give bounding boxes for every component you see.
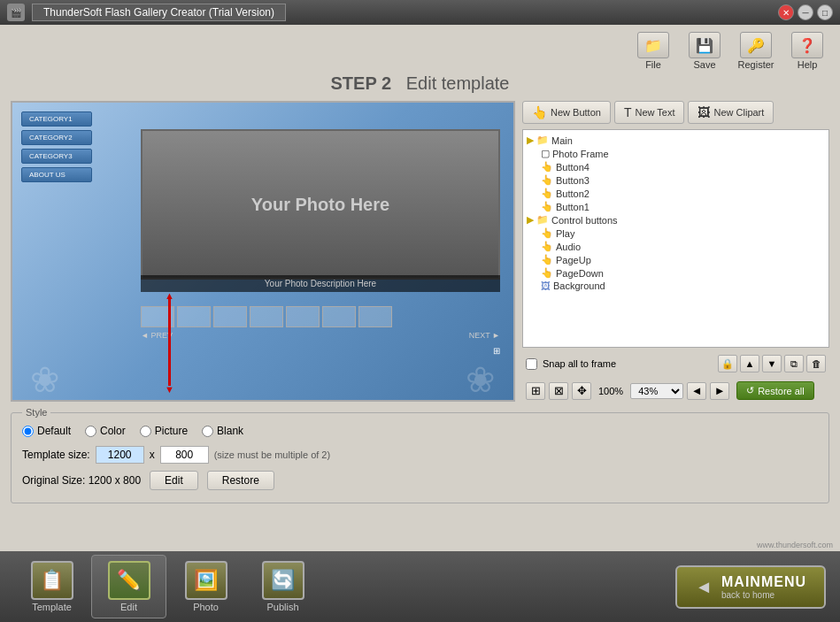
- expand-icon[interactable]: ⊞: [493, 346, 500, 356]
- tree-item-play[interactable]: 👆 Play: [541, 227, 825, 240]
- image-icon-bg: 🖼: [541, 280, 551, 291]
- restore-btn[interactable]: Restore: [207, 471, 274, 490]
- tree-item-pagedown[interactable]: 👆 PageDown: [541, 266, 825, 280]
- height-input[interactable]: [160, 446, 209, 464]
- nav-publish[interactable]: 🔄 Publish: [245, 555, 320, 618]
- zoom-bar: ⊞ ⊠ ✥ 100% 25% 33% 43% 50% 75% 100% ◄ ► …: [522, 380, 829, 402]
- radio-color[interactable]: Color: [85, 425, 126, 437]
- zoom-forward-btn[interactable]: ►: [710, 382, 729, 400]
- tree-item-audio[interactable]: 👆 Audio: [541, 240, 825, 253]
- button-icon-pageup: 👆: [541, 254, 553, 265]
- main-menu-sub: back to home: [721, 590, 806, 600]
- nav-thumb-7[interactable]: [358, 306, 392, 327]
- tree-item-button2[interactable]: 👆 Button2: [541, 187, 825, 200]
- file-button[interactable]: 📁 File: [631, 32, 675, 70]
- new-clipart-btn[interactable]: 🖼 New Clipart: [688, 101, 774, 124]
- new-text-icon: T: [624, 105, 632, 119]
- maximize-button[interactable]: □: [817, 4, 833, 20]
- radio-default[interactable]: Default: [22, 425, 71, 437]
- tree-item-button4[interactable]: 👆 Button4: [541, 160, 825, 173]
- zoom-actual-btn[interactable]: ⊠: [549, 382, 568, 400]
- nav-thumb-4[interactable]: [250, 306, 283, 327]
- nav-thumb-2[interactable]: [177, 306, 211, 327]
- help-button[interactable]: ❓ Help: [785, 32, 829, 70]
- size-x-sep: x: [150, 449, 155, 461]
- tree-item-button1[interactable]: 👆 Button1: [541, 200, 825, 213]
- snap-copy-btn[interactable]: ⧉: [784, 355, 804, 372]
- title-bar: 🎬 ThunderSoft Flash Gallery Creator (Tri…: [0, 0, 840, 25]
- button-icon-3: 👆: [541, 174, 553, 186]
- tree-label-audio: Audio: [556, 242, 581, 252]
- nav-edit[interactable]: ✏️ Edit: [91, 555, 166, 618]
- minimize-button[interactable]: ─: [798, 4, 813, 20]
- preview-panel: CATEGORY1 CATEGORY2 CATEGORY3 ABOUT US Y…: [11, 101, 515, 402]
- tree-item-background[interactable]: 🖼 Background: [541, 280, 825, 292]
- snap-controls: 🔒 ▲ ▼ ⧉ 🗑: [718, 355, 826, 372]
- radio-blank-label: Blank: [217, 425, 243, 437]
- close-button[interactable]: ✕: [778, 4, 794, 20]
- tree-label-background: Background: [553, 280, 605, 291]
- step-number: STEP 2: [331, 73, 392, 93]
- folder-expand-icon: ▶: [527, 134, 534, 146]
- button-icon-audio: 👆: [541, 241, 553, 252]
- nav-next[interactable]: NEXT ►: [469, 331, 500, 340]
- sidebar-btn-2[interactable]: CATEGORY2: [21, 130, 92, 145]
- radio-blank-input[interactable]: [202, 426, 213, 437]
- original-size-label: Original Size: 1200 x 800: [22, 474, 141, 487]
- template-size-label: Template size:: [22, 449, 90, 461]
- radio-blank[interactable]: Blank: [202, 425, 243, 437]
- tree-item-control[interactable]: ▶ 📁 Control buttons: [527, 213, 825, 227]
- snap-label: Snap all to frame: [543, 358, 616, 369]
- edit-btn[interactable]: Edit: [150, 471, 198, 490]
- tree-item-button3[interactable]: 👆 Button3: [541, 173, 825, 187]
- zoom-fit-btn[interactable]: ⊞: [526, 382, 545, 400]
- restore-icon: ↺: [746, 385, 754, 396]
- folder-icon-main: 📁: [536, 134, 549, 146]
- original-size-row: Original Size: 1200 x 800 Edit Restore: [22, 471, 818, 490]
- radio-color-label: Color: [100, 425, 126, 437]
- snap-delete-btn[interactable]: 🗑: [806, 355, 826, 372]
- sidebar-btn-4[interactable]: ABOUT US: [21, 167, 92, 182]
- nav-thumb-3[interactable]: [213, 306, 247, 327]
- tree-label-button2: Button2: [556, 188, 590, 199]
- new-text-btn[interactable]: T New Text: [614, 101, 685, 124]
- nav-photo[interactable]: 🖼️ Photo: [168, 555, 243, 618]
- radio-default-input[interactable]: [22, 426, 34, 437]
- tree-panel[interactable]: ▶ 📁 Main ▢ Photo Frame 👆 Button4 👆: [522, 129, 829, 348]
- nav-thumb-6[interactable]: [322, 306, 356, 327]
- radio-color-input[interactable]: [85, 426, 96, 437]
- radio-picture-input[interactable]: [140, 426, 151, 437]
- annotation-arrow: ▲ ▼: [168, 297, 171, 386]
- sidebar-btn-1[interactable]: CATEGORY1: [21, 111, 92, 127]
- tree-label-button4: Button4: [556, 162, 590, 173]
- zoom-select[interactable]: 25% 33% 43% 50% 75% 100%: [630, 383, 683, 399]
- tree-item-main[interactable]: ▶ 📁 Main: [527, 134, 825, 147]
- style-fieldset: Style Default Color Picture Blank: [11, 407, 829, 503]
- radio-picture[interactable]: Picture: [140, 425, 188, 437]
- save-icon: 💾: [689, 32, 721, 58]
- snap-lock-btn[interactable]: 🔒: [718, 355, 737, 372]
- snap-checkbox[interactable]: [526, 358, 537, 370]
- save-button[interactable]: 💾 Save: [682, 32, 727, 70]
- register-button[interactable]: 🔑 Register: [734, 32, 778, 70]
- main-menu-label: MAINMENU: [721, 574, 806, 590]
- tree-item-photo-frame[interactable]: ▢ Photo Frame: [541, 147, 825, 160]
- nav-thumb-5[interactable]: [286, 306, 320, 327]
- sidebar-btn-3[interactable]: CATEGORY3: [21, 149, 92, 164]
- main-container: 📁 File 💾 Save 🔑 Register ❓ Help STEP 2 E…: [0, 25, 840, 518]
- button-icon-pagedown: 👆: [541, 267, 553, 279]
- nav-template[interactable]: 📋 Template: [14, 555, 89, 618]
- snap-down-btn[interactable]: ▼: [762, 355, 782, 372]
- radio-group: Default Color Picture Blank: [22, 425, 818, 437]
- width-input[interactable]: [96, 446, 144, 464]
- watermark: www.thundersoft.com: [757, 541, 833, 549]
- style-legend: Style: [22, 407, 50, 418]
- new-button-btn[interactable]: 👆 New Button: [522, 101, 611, 124]
- zoom-move-btn[interactable]: ✥: [572, 382, 591, 400]
- main-menu-button[interactable]: ◄ MAINMENU back to home: [675, 565, 826, 609]
- restore-all-btn[interactable]: ↺ Restore all: [736, 381, 814, 400]
- zoom-back-btn[interactable]: ◄: [687, 382, 706, 400]
- tree-item-pageup[interactable]: 👆 PageUp: [541, 253, 825, 266]
- nav-template-label: Template: [32, 602, 72, 612]
- snap-up-btn[interactable]: ▲: [740, 355, 759, 372]
